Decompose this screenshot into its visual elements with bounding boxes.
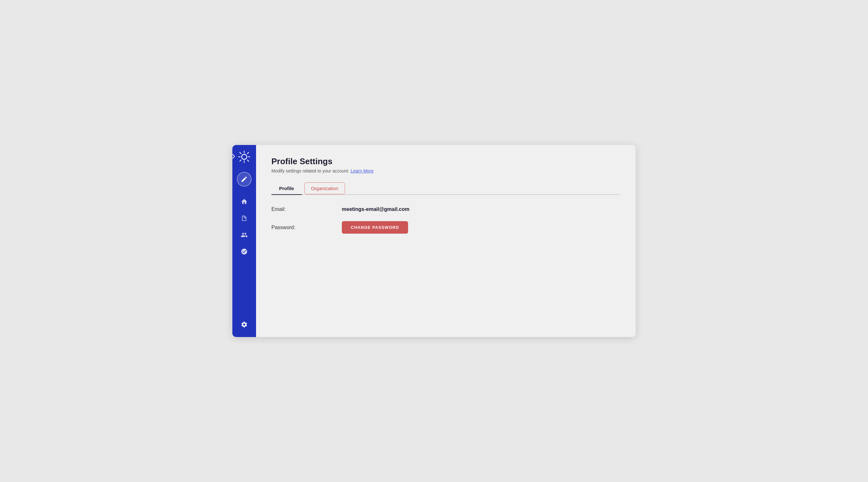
password-label: Password:: [271, 225, 342, 231]
app-container: Profile Settings Modify settings related…: [232, 145, 636, 337]
sidebar-item-settings[interactable]: [237, 317, 252, 332]
sidebar-item-home[interactable]: [237, 194, 252, 209]
sidebar-nav: [237, 192, 252, 317]
email-value: meetings-email@gmail.com: [342, 206, 409, 212]
sidebar-item-team[interactable]: [237, 228, 252, 242]
sidebar-item-document[interactable]: [237, 211, 252, 225]
sidebar: [232, 145, 256, 337]
sidebar-logo: [232, 145, 256, 169]
svg-point-0: [242, 154, 247, 159]
user-avatar[interactable]: [237, 172, 252, 187]
sidebar-item-tasks[interactable]: [237, 244, 252, 259]
svg-line-6: [247, 160, 249, 161]
change-password-button[interactable]: CHANGE PASSWORD: [342, 221, 408, 234]
page-subtitle: Modify settings related to your account.…: [271, 168, 620, 174]
tab-organization[interactable]: Organization: [304, 182, 345, 194]
page-header: Profile Settings Modify settings related…: [271, 156, 620, 174]
password-row: Password: CHANGE PASSWORD: [271, 221, 620, 234]
tabs: Profile Organization: [271, 182, 620, 195]
tab-profile[interactable]: Profile: [271, 182, 302, 194]
app-logo-icon: [238, 150, 251, 163]
page-title: Profile Settings: [271, 156, 620, 167]
svg-line-7: [247, 152, 249, 154]
main-content: Profile Settings Modify settings related…: [256, 145, 636, 337]
page-subtitle-text: Modify settings related to your account.: [271, 168, 349, 174]
svg-line-8: [240, 160, 241, 161]
email-label: Email:: [271, 206, 342, 212]
svg-line-5: [240, 152, 241, 154]
profile-form: Email: meetings-email@gmail.com Password…: [271, 206, 620, 234]
email-row: Email: meetings-email@gmail.com: [271, 206, 620, 212]
sidebar-collapse-button[interactable]: [232, 154, 235, 160]
learn-more-link[interactable]: Learn More: [350, 168, 373, 174]
